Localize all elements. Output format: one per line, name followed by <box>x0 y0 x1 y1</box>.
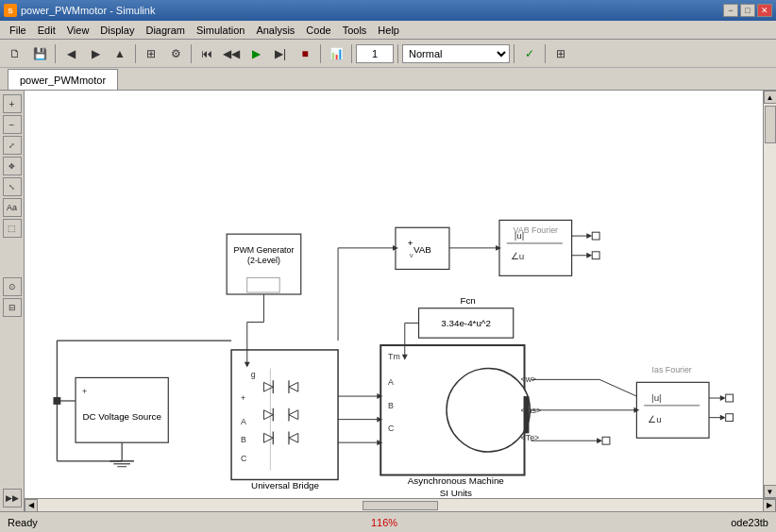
svg-text:VAB: VAB <box>413 244 431 255</box>
menu-code[interactable]: Code <box>300 23 336 38</box>
fit-button[interactable]: ⤢ <box>3 136 22 155</box>
svg-text:DC Voltage Source: DC Voltage Source <box>82 411 161 422</box>
library-button[interactable]: ⊞ <box>140 42 162 65</box>
svg-text:+: + <box>241 393 245 403</box>
svg-rect-13 <box>231 350 338 480</box>
menu-file[interactable]: File <box>4 23 32 38</box>
zoom-in-button[interactable]: + <box>3 94 22 113</box>
scroll-up-button[interactable]: ▲ <box>764 91 777 104</box>
scroll-left-button[interactable]: ◀ <box>25 499 38 512</box>
text-button[interactable]: Aa <box>3 198 22 217</box>
svg-text:g: g <box>251 370 256 379</box>
scrollbar-horizontal[interactable]: ◀ ▶ <box>25 498 776 511</box>
svg-text:Tm: Tm <box>388 352 400 361</box>
expand-button[interactable]: ▶▶ <box>3 489 22 507</box>
run-back-button[interactable]: ◀◀ <box>220 42 243 65</box>
block-button[interactable]: ⬚ <box>3 219 22 238</box>
svg-rect-72 <box>726 394 734 402</box>
status-solver: ode23tb <box>731 517 768 528</box>
svg-text:Asynchronous Machine: Asynchronous Machine <box>408 475 505 486</box>
svg-text:<w>: <w> <box>521 374 537 384</box>
scroll-thumb-h[interactable] <box>363 501 438 510</box>
svg-text:+: + <box>82 387 87 396</box>
svg-marker-43 <box>586 233 592 239</box>
save-button[interactable]: 💾 <box>28 42 51 65</box>
svg-rect-62 <box>524 396 530 433</box>
forward-button[interactable]: ▶ <box>84 42 107 65</box>
menu-tools[interactable]: Tools <box>337 23 373 38</box>
svg-marker-95 <box>377 393 382 399</box>
svg-marker-97 <box>377 417 382 423</box>
svg-marker-29 <box>289 410 298 420</box>
scope-button[interactable]: 📊 <box>325 42 347 65</box>
svg-text:(2-Level): (2-Level) <box>247 256 280 265</box>
canvas-svg: DC Voltage Source + PWM Generator (2-Lev… <box>25 91 763 498</box>
svg-marker-23 <box>263 410 273 420</box>
svg-marker-93 <box>245 362 250 368</box>
check-button[interactable]: ✓ <box>518 42 541 65</box>
svg-text:<ias>: <ias> <box>521 406 542 415</box>
svg-rect-63 <box>636 382 709 438</box>
stop-button[interactable]: ■ <box>294 42 316 65</box>
more-button1[interactable]: ⊙ <box>3 277 22 296</box>
svg-text:B: B <box>241 435 246 444</box>
svg-rect-33 <box>396 227 449 269</box>
settings-button[interactable]: ⚙ <box>164 42 187 65</box>
menu-display[interactable]: Display <box>94 23 140 38</box>
scroll-track-v[interactable] <box>764 104 776 485</box>
menu-simulation[interactable]: Simulation <box>191 23 250 38</box>
scroll-right-button[interactable]: ▶ <box>763 499 776 512</box>
svg-text:<Te>: <Te> <box>521 433 540 442</box>
up-button[interactable]: ▲ <box>109 42 131 65</box>
svg-text:B: B <box>388 401 394 410</box>
menu-analysis[interactable]: Analysis <box>250 23 300 38</box>
minimize-button[interactable]: − <box>723 4 738 17</box>
scroll-track-h[interactable] <box>38 499 763 511</box>
svg-marker-113 <box>597 438 602 443</box>
svg-rect-7 <box>227 234 301 294</box>
svg-marker-10 <box>255 280 264 290</box>
close-button[interactable]: ✕ <box>757 4 772 17</box>
canvas[interactable]: DC Voltage Source + PWM Generator (2-Lev… <box>25 91 763 498</box>
menu-bar: File Edit View Display Diagram Simulatio… <box>0 21 776 40</box>
svg-marker-31 <box>289 433 298 442</box>
step-back-button[interactable]: ⏮ <box>195 42 218 65</box>
svg-marker-45 <box>586 253 592 258</box>
grid-button[interactable]: ⊞ <box>549 42 572 65</box>
step-forward-button[interactable]: ▶| <box>269 42 292 65</box>
zoom-out-button[interactable]: − <box>3 115 22 134</box>
svg-text:PWM Generator: PWM Generator <box>234 245 295 255</box>
svg-rect-73 <box>726 414 734 422</box>
scroll-thumb-v[interactable] <box>765 106 776 143</box>
svg-rect-49 <box>419 308 514 338</box>
svg-text:VAB Fourier: VAB Fourier <box>514 225 558 235</box>
svg-text:A: A <box>241 417 246 426</box>
svg-text:P: P <box>273 279 278 289</box>
more-button2[interactable]: ⊟ <box>3 298 22 317</box>
menu-help[interactable]: Help <box>372 23 405 38</box>
new-button[interactable]: 🗋 <box>4 42 26 65</box>
back-button[interactable]: ◀ <box>59 42 82 65</box>
pan-button[interactable]: ✥ <box>3 157 22 175</box>
svg-rect-51 <box>380 345 524 475</box>
scrollbar-vertical[interactable]: ▲ ▼ <box>763 91 776 498</box>
time-input[interactable] <box>356 44 394 63</box>
main-tab[interactable]: power_PWMmotor <box>8 69 118 90</box>
svg-marker-101 <box>496 245 501 251</box>
svg-rect-114 <box>602 437 610 444</box>
mode-select[interactable]: Normal Accelerator Rapid Accelerator <box>402 44 510 63</box>
scroll-down-button[interactable]: ▼ <box>764 485 777 498</box>
menu-diagram[interactable]: Diagram <box>140 23 191 38</box>
menu-edit[interactable]: Edit <box>32 23 61 38</box>
maximize-button[interactable]: □ <box>740 4 755 17</box>
svg-text:C: C <box>241 454 247 463</box>
menu-view[interactable]: View <box>61 23 95 38</box>
run-button[interactable]: ▶ <box>245 42 267 65</box>
svg-rect-0 <box>76 377 168 442</box>
window-title: power_PWMmotor - Simulink <box>21 5 155 16</box>
main-area: + − ⤢ ✥ ⤡ Aa ⬚ ⊙ ⊟ ▶▶ DC Voltage Source … <box>0 91 776 511</box>
toolbar: 🗋 💾 ◀ ▶ ▲ ⊞ ⚙ ⏮ ◀◀ ▶ ▶| ■ 📊 Normal Accel… <box>0 40 776 68</box>
svg-line-109 <box>599 379 636 396</box>
nav-button[interactable]: ⤡ <box>3 177 22 196</box>
status-bar: Ready 116% ode23tb <box>0 511 776 532</box>
